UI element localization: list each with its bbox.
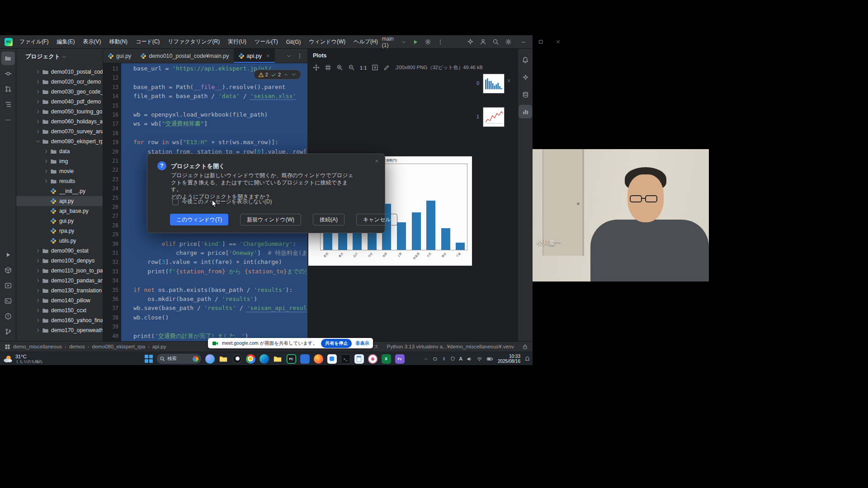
taskbar-app-firefox[interactable] [313,353,324,364]
taskbar-app-terminal[interactable]: >_ [340,353,351,364]
tree-item[interactable]: demo130_translation [16,286,103,296]
close-icon[interactable] [265,53,270,58]
tray-shield-icon[interactable] [450,356,455,361]
menu-item[interactable]: リファクタリング(R) [164,35,224,48]
menu-item[interactable]: 実行(U) [224,35,250,48]
tree-item[interactable]: results [16,176,103,186]
taskbar-app-folder[interactable] [272,353,283,364]
hide-sharing-link[interactable]: 非表示 [355,340,369,347]
chev-right-icon[interactable] [34,318,41,323]
window-grid-icon[interactable] [5,344,10,350]
tree-item[interactable]: demo010_postal_code [16,67,103,77]
maximize-button[interactable] [535,36,547,48]
tree-item[interactable]: gui.py [16,216,103,226]
tree-item[interactable]: api.py [16,196,103,206]
run-button[interactable] [412,39,419,45]
chev-right-icon[interactable] [34,69,41,75]
edit-icon[interactable] [383,65,390,71]
breadcrumb-item[interactable]: api.py [152,344,166,349]
tree-item[interactable]: __init__.py [16,186,103,196]
tree-item[interactable]: demo030_geo_code_d [16,87,103,97]
more-tools-icon[interactable] [1,113,15,127]
terminal-tool-icon[interactable] [1,294,15,308]
taskbar-app-chrome[interactable] [245,353,256,364]
tree-item[interactable]: utils.py [16,236,103,246]
code-with-me-icon[interactable] [480,38,486,45]
project-panel-header[interactable]: プロジェクト [16,49,103,61]
tree-item[interactable]: demo140_pillow [16,296,103,305]
close-window-button[interactable] [552,36,564,48]
menu-item[interactable]: ヘルプ(H) [349,35,382,48]
taskbar-app-explorer[interactable] [218,353,229,364]
taskbar-clock[interactable]: 10:33 2025/08/16 [498,354,520,364]
chev-right-icon[interactable] [34,79,41,84]
chev-right-icon[interactable] [42,169,49,174]
chev-right-icon[interactable] [34,328,41,333]
tree-item[interactable]: demo120_pandas_am [16,276,103,286]
chev-right-icon[interactable] [34,129,41,134]
menu-item[interactable]: ツール(T) [250,35,282,48]
start-button[interactable] [144,354,154,364]
tree-item[interactable]: img [16,156,103,166]
chev-right-icon[interactable] [34,268,41,273]
chev-right-icon[interactable] [42,149,49,154]
version-control-tool-icon[interactable] [1,325,15,338]
chevron-up-icon[interactable] [283,72,288,77]
breadcrumb-item[interactable]: demos [69,344,85,349]
fit-to-view-icon[interactable] [372,64,378,71]
tree-item[interactable]: demo040_pdf_demo [16,97,103,107]
chev-right-icon[interactable] [34,119,41,124]
taskbar-app-excel[interactable]: X [381,353,392,364]
services-tool-icon[interactable] [1,279,15,292]
chev-right-icon[interactable] [34,298,41,303]
dont-show-again-checkbox[interactable] [172,199,179,205]
notifications-icon[interactable] [524,356,530,362]
problems-tool-icon[interactable] [1,310,15,323]
taskbar-app-sticky[interactable]: Fz [394,353,405,364]
taskbar-app-pycharm[interactable]: PC [286,353,297,364]
chev-right-icon[interactable] [34,278,41,283]
python-interpreter[interactable]: Python 3.13 virtualenv a...¥demo_miscell… [387,344,514,349]
pan-tool-icon[interactable] [313,64,320,71]
attach-button[interactable]: 接続(A) [313,214,344,225]
breadcrumb-item[interactable]: demo080_ekispert_rpa [92,344,145,349]
tray-display-icon[interactable] [433,357,438,361]
ai-assistant-tool-icon[interactable] [519,70,532,84]
zoom-in-icon[interactable] [336,64,343,71]
menu-item[interactable]: 表示(V) [79,35,105,48]
hidden-tabs-icon[interactable] [286,53,292,59]
tree-item[interactable]: movie [16,166,103,176]
tray-bluetooth-icon[interactable] [442,356,446,361]
structure-tool-icon[interactable] [1,98,15,111]
volume-icon[interactable] [467,356,472,362]
packages-tool-icon[interactable] [1,263,15,277]
run-configuration[interactable]: main (1) [382,36,406,48]
tree-item[interactable]: demo170_openweath [16,325,103,335]
menu-item[interactable]: 移動(N) [105,35,132,48]
pycharm-logo-icon[interactable]: PC [5,38,13,46]
chev-right-icon[interactable] [34,258,41,263]
notifications-bell-icon[interactable] [519,53,532,67]
search-everywhere-icon[interactable] [492,38,499,45]
chev-right-icon[interactable] [34,308,41,313]
taskbar-app-zoom[interactable] [326,353,337,364]
taskbar-app-obs[interactable] [231,353,242,364]
breadcrumb-item[interactable]: demo_miscellaneous [13,344,62,349]
plot-thumbnail-0[interactable] [483,74,505,94]
taskbar-app-bluesq[interactable] [299,353,310,364]
run-tool-icon[interactable] [1,248,15,262]
tree-item[interactable]: demo020_ocr_demo [16,77,103,87]
tray-overflow-icon[interactable] [424,357,429,361]
taskbar-app-copilot[interactable] [204,353,215,364]
lock-icon[interactable] [522,344,528,350]
new-window-button[interactable]: 新規ウィンドウ(W) [240,214,301,225]
pull-requests-tool-icon[interactable] [1,82,15,96]
commit-tool-icon[interactable] [1,67,15,80]
tree-item[interactable]: api_base.py [16,206,103,216]
tree-item[interactable]: demo110_json_to_pan [16,266,103,276]
tree-item[interactable]: demo050_touring_go [16,107,103,117]
close-dialog-icon[interactable] [374,159,379,164]
tree-item[interactable]: demo080_ekispert_rpa [16,136,103,146]
tree-item[interactable]: demo160_yahoo_finan [16,315,103,325]
chev-down-icon[interactable] [34,139,41,144]
